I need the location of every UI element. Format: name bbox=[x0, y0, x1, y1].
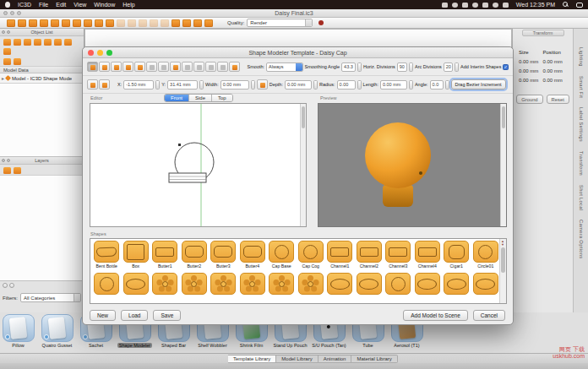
brush-icon[interactable] bbox=[257, 79, 268, 90]
shape-thumbnail[interactable] bbox=[240, 241, 265, 263]
disclosure-triangle-icon[interactable]: ▸ bbox=[2, 75, 4, 81]
battery-icon[interactable] bbox=[503, 3, 509, 8]
menu-clock[interactable]: Wed 12:35 PM bbox=[516, 2, 555, 8]
select-point-icon[interactable] bbox=[87, 62, 98, 72]
show-icon[interactable] bbox=[44, 39, 52, 46]
save-button[interactable]: Save bbox=[153, 310, 181, 321]
add-layer-button[interactable] bbox=[3, 283, 8, 288]
shape-item[interactable] bbox=[238, 273, 268, 304]
library-thumbnail[interactable] bbox=[41, 314, 74, 342]
select-tool-icon[interactable] bbox=[40, 19, 48, 27]
library-tab[interactable]: Template Library bbox=[228, 355, 276, 363]
spotlight-search-icon[interactable] bbox=[563, 2, 569, 8]
marquee-tool-icon[interactable] bbox=[106, 19, 114, 27]
mirror-icon[interactable] bbox=[170, 62, 181, 72]
shape-item[interactable] bbox=[180, 273, 210, 304]
distribute-tool-icon[interactable] bbox=[128, 19, 136, 27]
shape-thumbnail[interactable] bbox=[327, 241, 352, 263]
shape-thumbnail[interactable] bbox=[415, 273, 440, 295]
arc-divisions-input[interactable]: 20 bbox=[444, 62, 454, 72]
depth-input[interactable]: 0.00 mm bbox=[285, 80, 312, 90]
shape-item[interactable]: Butter4 bbox=[238, 241, 268, 273]
line-segment-icon[interactable] bbox=[193, 62, 204, 72]
bluetooth-icon[interactable] bbox=[482, 3, 488, 8]
shape-thumbnail[interactable] bbox=[298, 273, 324, 295]
save-icon[interactable] bbox=[29, 19, 37, 27]
shape-item[interactable] bbox=[384, 273, 413, 304]
render-view-icon[interactable] bbox=[172, 19, 180, 27]
shape-item[interactable]: Bent Bottle bbox=[92, 241, 122, 273]
favorites-tool-icon[interactable] bbox=[139, 19, 147, 27]
shape-item[interactable]: Cap Base bbox=[267, 241, 297, 273]
shape-thumbnail[interactable] bbox=[357, 241, 382, 263]
library-tab[interactable]: Material Library bbox=[351, 355, 397, 363]
quality-select[interactable]: Render bbox=[247, 19, 313, 27]
shape-item[interactable] bbox=[325, 273, 355, 304]
color-swatch-icon[interactable] bbox=[87, 79, 98, 90]
expand-all-icon[interactable] bbox=[3, 58, 11, 65]
layers-list-area[interactable] bbox=[0, 175, 84, 281]
shape-item[interactable]: Channel4 bbox=[413, 241, 443, 273]
add-interim-checkbox[interactable]: ✓ bbox=[503, 64, 509, 70]
wifi-icon[interactable] bbox=[493, 3, 498, 8]
shape-thumbnail[interactable] bbox=[94, 241, 119, 263]
align-tool-icon[interactable] bbox=[117, 19, 125, 27]
view-tab[interactable]: Top bbox=[212, 95, 232, 101]
shape-item[interactable]: Cap Cog bbox=[297, 241, 326, 273]
record-indicator-icon[interactable] bbox=[318, 20, 324, 25]
panel-close-icon[interactable] bbox=[2, 30, 5, 34]
side-tab[interactable]: Camera Options bbox=[579, 220, 584, 258]
redo-icon[interactable] bbox=[158, 62, 169, 72]
reset-button[interactable]: Reset bbox=[547, 95, 569, 104]
color-swatch-icon[interactable] bbox=[462, 3, 468, 8]
move-axes-icon[interactable] bbox=[99, 79, 110, 90]
drag-bezier-increment-button[interactable]: Drag Bezier Increment bbox=[451, 79, 506, 90]
smooth-select[interactable]: Always bbox=[266, 62, 302, 72]
y-input[interactable]: 31.41 mm bbox=[167, 80, 198, 90]
apple-menu-icon[interactable] bbox=[5, 2, 10, 8]
duplicate-object-icon[interactable] bbox=[14, 39, 21, 46]
shape-thumbnail[interactable] bbox=[385, 273, 411, 295]
length-stepper[interactable] bbox=[409, 80, 413, 90]
shape-thumbnail[interactable] bbox=[123, 241, 149, 263]
shape-item[interactable]: Circle01 bbox=[471, 241, 501, 273]
new-button[interactable]: New bbox=[90, 310, 116, 321]
shape-thumbnail[interactable] bbox=[152, 241, 177, 263]
shape-item[interactable] bbox=[355, 273, 384, 304]
add-model-to-scene-button[interactable]: Add Model to Scene bbox=[403, 310, 468, 321]
shapes-scrollbar[interactable]: ▲▼ bbox=[499, 239, 506, 303]
shape-item[interactable] bbox=[209, 273, 238, 304]
depth-stepper[interactable] bbox=[313, 80, 318, 90]
menu-item[interactable]: Help bbox=[122, 0, 134, 9]
ungroup-icon[interactable] bbox=[34, 39, 41, 46]
x-input[interactable]: -1.50 mm bbox=[123, 80, 154, 90]
shape-item[interactable] bbox=[150, 273, 180, 304]
horiz-divisions-input[interactable]: 90 bbox=[397, 62, 407, 72]
y-stepper[interactable] bbox=[199, 80, 204, 90]
new-file-icon[interactable] bbox=[7, 19, 15, 27]
shape-thumbnail[interactable] bbox=[415, 241, 440, 263]
smoothing-angle-stepper[interactable] bbox=[357, 62, 362, 72]
shape-thumbnail[interactable] bbox=[269, 241, 294, 263]
radius-stepper[interactable] bbox=[357, 80, 362, 90]
shape-thumbnail[interactable] bbox=[210, 273, 236, 295]
side-tab[interactable]: Transform bbox=[579, 151, 584, 176]
ground-button[interactable]: Ground bbox=[516, 95, 542, 104]
preview-scrollbar[interactable] bbox=[500, 104, 506, 226]
shape-thumbnail[interactable] bbox=[182, 273, 207, 295]
shape-thumbnail[interactable] bbox=[473, 241, 498, 263]
editor-scrollbar[interactable] bbox=[300, 104, 306, 226]
shape-thumbnail[interactable] bbox=[269, 273, 294, 295]
delete-point-icon[interactable] bbox=[111, 62, 122, 72]
isolate-icon[interactable] bbox=[64, 39, 72, 46]
library-tab[interactable]: Animation bbox=[318, 355, 352, 363]
shape-thumbnail[interactable] bbox=[152, 273, 177, 295]
dialog-titlebar[interactable]: Shape Modeler Template - Daisy Cap bbox=[83, 47, 513, 58]
shape-item[interactable] bbox=[413, 273, 443, 304]
side-tab[interactable]: Lighting bbox=[579, 47, 584, 67]
arc-divisions-stepper[interactable] bbox=[455, 62, 459, 72]
collapse-all-icon[interactable] bbox=[14, 58, 21, 65]
move-point-icon[interactable] bbox=[122, 62, 133, 72]
undo-icon[interactable] bbox=[146, 62, 157, 72]
smoothing-angle-input[interactable]: 43.3 bbox=[341, 62, 356, 72]
